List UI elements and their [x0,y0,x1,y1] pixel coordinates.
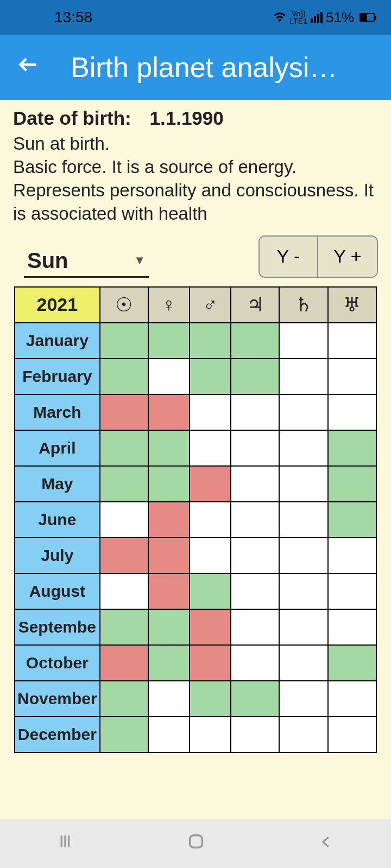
aspect-cell[interactable] [100,717,148,752]
aspect-cell[interactable] [231,394,279,430]
table-row: February [15,359,376,394]
year-prev-button[interactable]: Y - [260,237,318,277]
aspect-cell[interactable] [231,323,279,359]
network-label: Vo)) LTE1 [290,10,307,25]
aspect-cell[interactable] [328,466,376,502]
year-next-button[interactable]: Y + [318,237,377,277]
aspect-cell[interactable] [100,502,148,538]
table-year-header: 2021 [15,287,100,323]
aspect-cell[interactable] [231,466,279,502]
aspect-cell[interactable] [279,394,327,430]
aspect-cell[interactable] [190,502,231,538]
aspect-cell[interactable] [279,323,327,359]
aspect-cell[interactable] [148,430,190,466]
aspect-cell[interactable] [148,609,190,645]
aspect-cell[interactable] [148,394,190,430]
table-row: July [15,538,376,573]
aspect-cell[interactable] [279,645,327,681]
aspect-cell[interactable] [100,394,148,430]
aspect-cell[interactable] [100,609,148,645]
aspect-cell[interactable] [328,717,376,752]
aspect-cell[interactable] [100,681,148,717]
aspect-cell[interactable] [231,645,279,681]
aspect-cell[interactable] [231,609,279,645]
aspect-cell[interactable] [328,538,376,573]
content-area: Date of birth: 1.1.1990 Sun at birth.Bas… [0,100,391,753]
planet-select-value: Sun [27,248,68,273]
aspect-cell[interactable] [148,466,190,502]
aspect-cell[interactable] [279,609,327,645]
back-button[interactable] [16,53,49,82]
aspect-cell[interactable] [328,502,376,538]
aspect-cell[interactable] [231,502,279,538]
planet-column-5: ♅ [328,287,376,323]
month-label: April [15,430,100,466]
aspect-cell[interactable] [100,466,148,502]
year-button-group: Y - Y + [258,235,378,278]
aspect-cell[interactable] [100,430,148,466]
dob-value: 1.1.1990 [150,107,224,129]
aspect-cell[interactable] [148,645,190,681]
recents-button[interactable] [56,832,74,855]
aspect-cell[interactable] [148,323,190,359]
aspect-cell[interactable] [231,717,279,752]
table-row: December [15,717,376,752]
controls-row: Sun ▼ Y - Y + [13,235,378,278]
aspect-cell[interactable] [148,538,190,573]
aspect-cell[interactable] [190,359,231,394]
aspect-cell[interactable] [231,681,279,717]
app-bar: Birth planet analysi… [0,35,391,100]
aspect-cell[interactable] [328,394,376,430]
table-row: March [15,394,376,430]
aspect-cell[interactable] [231,430,279,466]
aspect-cell[interactable] [100,538,148,573]
aspect-table: 2021☉♀♂♃♄♅ JanuaryFebruaryMarchAprilMayJ… [14,286,377,753]
aspect-cell[interactable] [279,466,327,502]
aspect-cell[interactable] [328,430,376,466]
aspect-cell[interactable] [190,538,231,573]
aspect-cell[interactable] [190,717,231,752]
page-title: Birth planet analysi… [71,51,380,84]
aspect-cell[interactable] [190,466,231,502]
aspect-cell[interactable] [100,645,148,681]
aspect-cell[interactable] [328,645,376,681]
aspect-cell[interactable] [100,359,148,394]
aspect-cell[interactable] [279,359,327,394]
dob-label: Date of birth: [13,107,131,129]
aspect-cell[interactable] [279,717,327,752]
planet-column-3: ♃ [231,287,279,323]
aspect-cell[interactable] [279,573,327,609]
month-label: Septembe [15,609,100,645]
aspect-cell[interactable] [279,681,327,717]
aspect-cell[interactable] [190,645,231,681]
aspect-cell[interactable] [190,573,231,609]
aspect-cell[interactable] [279,430,327,466]
table-row: October [15,645,376,681]
home-button[interactable] [187,832,205,856]
aspect-cell[interactable] [100,573,148,609]
aspect-cell[interactable] [231,359,279,394]
back-nav-button[interactable] [318,832,335,855]
aspect-cell[interactable] [328,359,376,394]
battery-percent: 51% [326,9,354,26]
aspect-cell[interactable] [148,717,190,752]
aspect-cell[interactable] [190,394,231,430]
aspect-cell[interactable] [231,573,279,609]
planet-select[interactable]: Sun ▼ [24,247,149,278]
aspect-cell[interactable] [100,323,148,359]
aspect-cell[interactable] [190,609,231,645]
aspect-cell[interactable] [279,538,327,573]
aspect-cell[interactable] [328,681,376,717]
aspect-cell[interactable] [148,573,190,609]
aspect-cell[interactable] [148,681,190,717]
aspect-cell[interactable] [148,502,190,538]
aspect-cell[interactable] [190,323,231,359]
aspect-cell[interactable] [328,573,376,609]
aspect-cell[interactable] [231,538,279,573]
aspect-cell[interactable] [190,430,231,466]
aspect-cell[interactable] [328,323,376,359]
aspect-cell[interactable] [328,609,376,645]
aspect-cell[interactable] [190,681,231,717]
aspect-cell[interactable] [148,359,190,394]
aspect-cell[interactable] [279,502,327,538]
